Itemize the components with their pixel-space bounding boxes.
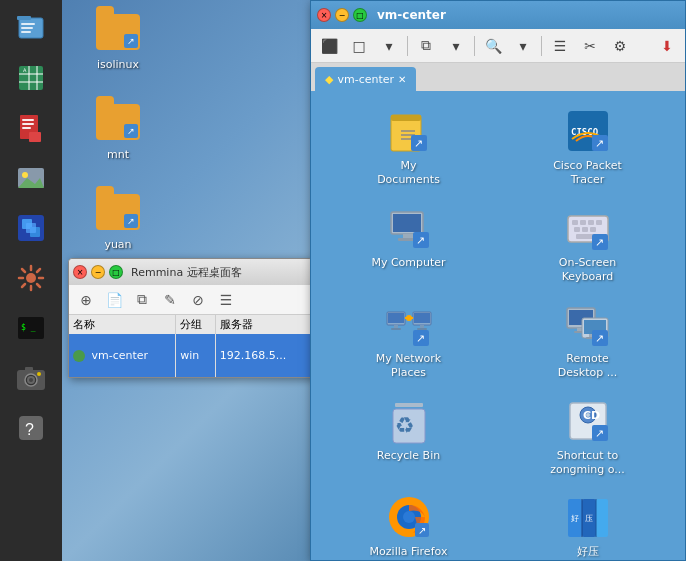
svg-text:↗: ↗ — [414, 137, 423, 149]
remote-desktop-icon: ↗ — [564, 300, 612, 348]
vm-icon-firefox[interactable]: ↗ Mozilla Firefox — [364, 485, 454, 560]
vmcenter-maximize-button[interactable]: □ — [353, 8, 367, 22]
vmcenter-gear-button[interactable]: ⚙ — [606, 33, 634, 59]
svg-text:?: ? — [25, 421, 34, 438]
vmcenter-arrow-button[interactable]: ▾ — [375, 33, 403, 59]
vmcenter-tabs: ◆ vm-center ✕ — [311, 63, 685, 91]
remmina-copy-button[interactable]: ⧉ — [129, 289, 155, 311]
remmina-titlebar: × − □ Remmina 远程桌面客 — [69, 259, 312, 285]
vm-icon-shortcut-zongming[interactable]: CD ↗ Shortcut to zongming o... — [543, 389, 633, 486]
recycle-bin-icon: ♻ — [385, 397, 433, 445]
vm-icon-my-documents[interactable]: ↗ My Documents — [364, 99, 454, 196]
image-icon[interactable] — [7, 154, 55, 202]
svg-rect-48 — [572, 220, 578, 225]
svg-rect-51 — [596, 220, 602, 225]
tab-close-button[interactable]: ✕ — [398, 74, 406, 85]
vm-icon-keyboard[interactable]: ↗ On-Screen Keyboard — [543, 196, 633, 293]
remmina-col-group[interactable]: 分组 — [176, 315, 216, 334]
docs-icon[interactable] — [7, 104, 55, 152]
vmcenter-close-button[interactable]: × — [317, 8, 331, 22]
vmcenter-zoom2-button[interactable]: ▾ — [509, 33, 537, 59]
svg-rect-34 — [391, 115, 421, 121]
vmcenter-copy2-button[interactable]: ▾ — [442, 33, 470, 59]
files-icon[interactable] — [7, 4, 55, 52]
desktop-icon-isolinux[interactable]: ↗ isolinux — [78, 8, 158, 71]
remote-desktop-label: Remote Desktop ... — [547, 352, 629, 381]
svg-rect-49 — [580, 220, 586, 225]
svg-text:↗: ↗ — [595, 137, 604, 149]
svg-point-91 — [403, 511, 415, 523]
remmina-col-name[interactable]: 名称 — [69, 315, 176, 334]
settings-icon[interactable] — [7, 254, 55, 302]
remmina-edit-button[interactable]: ✎ — [157, 289, 183, 311]
svg-rect-64 — [420, 325, 424, 328]
remmina-minimize-button[interactable]: − — [91, 265, 105, 279]
remmina-content: 名称 分组 服务器 vm-center win 192.168.5... — [69, 315, 312, 377]
svg-rect-15 — [29, 132, 41, 142]
remmina-row-vmcenter[interactable]: vm-center win 192.168.5... — [69, 334, 312, 377]
svg-rect-52 — [574, 227, 580, 232]
vm-icon-recycle-bin[interactable]: ♻ Recycle Bin — [364, 389, 454, 486]
svg-rect-2 — [21, 23, 35, 25]
desktop-icon-mnt[interactable]: ↗ mnt — [78, 98, 158, 161]
desktop-icon-yuan[interactable]: ↗ yuan — [78, 188, 158, 251]
vmcenter-toolbar: ⬛ □ ▾ ⧉ ▾ 🔍 ▾ ☰ ✂ ⚙ ⬇ — [311, 29, 685, 63]
vmcenter-back-button[interactable]: ⬛ — [315, 33, 343, 59]
help-icon[interactable]: ? — [7, 404, 55, 452]
remmina-new-button[interactable]: ⊕ — [73, 289, 99, 311]
terminal-icon[interactable]: $ _ — [7, 304, 55, 352]
svg-rect-53 — [582, 227, 588, 232]
remmina-title: Remmina 远程桌面客 — [131, 265, 242, 280]
vm-icon-network[interactable]: ↗ My Network Places — [364, 292, 454, 389]
network-label: My Network Places — [368, 352, 450, 381]
svg-rect-1 — [17, 16, 31, 20]
firefox-icon: ↗ — [385, 493, 433, 541]
svg-rect-54 — [590, 227, 596, 232]
remmina-col-server[interactable]: 服务器 — [215, 315, 311, 334]
shortcut-zongming-icon: CD ↗ — [564, 397, 612, 445]
virtualbox-icon[interactable] — [7, 204, 55, 252]
vm-icon-remote-desktop[interactable]: ↗ Remote Desktop ... — [543, 292, 633, 389]
svg-rect-59 — [388, 313, 404, 323]
toolbar-separator-2 — [474, 36, 475, 56]
isolinux-label: isolinux — [97, 58, 139, 71]
vm-icon-cisco[interactable]: CISCO ↗ Cisco Packet Tracer — [543, 99, 633, 196]
vm-icon-haozip[interactable]: 好 压 好压 — [543, 485, 633, 560]
remmina-delete-button[interactable]: ⊘ — [185, 289, 211, 311]
vmcenter-content-area: ↗ My Documents CISCO ↗ — [311, 91, 685, 560]
remmina-search-button[interactable]: ☰ — [213, 289, 239, 311]
connection-status-icon — [73, 350, 85, 362]
cisco-icon: CISCO ↗ — [564, 107, 612, 155]
camera-icon[interactable] — [7, 354, 55, 402]
my-documents-icon: ↗ — [385, 107, 433, 155]
remmina-maximize-button[interactable]: □ — [109, 265, 123, 279]
vmcenter-minimize-button[interactable]: − — [335, 8, 349, 22]
svg-rect-14 — [22, 127, 31, 129]
svg-text:$ _: $ _ — [21, 323, 36, 332]
svg-text:A: A — [23, 67, 27, 73]
svg-rect-63 — [414, 313, 430, 323]
svg-point-67 — [406, 315, 412, 321]
remmina-close-button[interactable]: × — [73, 265, 87, 279]
svg-rect-61 — [391, 328, 401, 330]
firefox-label: Mozilla Firefox — [370, 545, 448, 559]
svg-rect-42 — [393, 214, 421, 232]
spreadsheet-icon[interactable]: A — [7, 54, 55, 102]
vmcenter-titlebar: × − □ vm-center — [311, 1, 685, 29]
vmcenter-tools-button[interactable]: ✂ — [576, 33, 604, 59]
vmcenter-zoom-button[interactable]: 🔍 — [479, 33, 507, 59]
vmcenter-window-button[interactable]: □ — [345, 33, 373, 59]
svg-point-17 — [22, 172, 28, 178]
remmina-file-button[interactable]: 📄 — [101, 289, 127, 311]
keyboard-icon: ↗ — [564, 204, 612, 252]
toolbar-separator-3 — [541, 36, 542, 56]
mnt-label: mnt — [107, 148, 129, 161]
remmina-cell-name: vm-center — [69, 334, 176, 377]
vm-icon-my-computer[interactable]: ↗ My Computer — [364, 196, 454, 293]
yuan-label: yuan — [104, 238, 131, 251]
vmcenter-copy-button[interactable]: ⧉ — [412, 33, 440, 59]
vmcenter-bars-button[interactable]: ☰ — [546, 33, 574, 59]
vmcenter-tab-main[interactable]: ◆ vm-center ✕ — [315, 67, 416, 91]
vmcenter-download-button[interactable]: ⬇ — [653, 33, 681, 59]
remmina-connection-table: 名称 分组 服务器 vm-center win 192.168.5... — [69, 315, 312, 377]
